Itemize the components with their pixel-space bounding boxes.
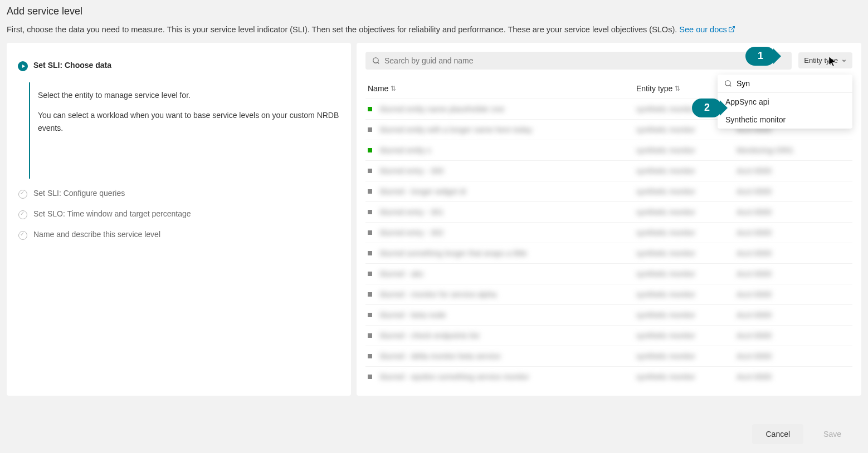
table-row[interactable]: blurred - epsilon something service moni… — [365, 366, 852, 387]
cancel-button[interactable]: Cancel — [752, 424, 803, 444]
table-row[interactable]: blurred entry - 302 synthetic monitor Ac… — [365, 222, 852, 243]
entity-name: blurred - beta node — [380, 311, 446, 319]
svg-point-1 — [373, 58, 378, 63]
entity-panel: 1 2 Entity type AppSync api Synthetic mo… — [357, 43, 861, 396]
table-row[interactable]: blurred - check endpoints list synthetic… — [365, 325, 852, 346]
callout-1: 1 — [745, 47, 776, 66]
entity-type-value: synthetic monitor — [636, 352, 695, 361]
dropdown-item-synthetic[interactable]: Synthetic monitor — [718, 111, 852, 129]
page-subtitle: First, choose the data you need to measu… — [7, 24, 861, 36]
dropdown-search-input[interactable] — [737, 79, 846, 88]
entity-name: blurred entity with a longer name here t… — [380, 125, 532, 134]
step-active-icon — [18, 61, 28, 71]
step-time-window[interactable]: Set SLO: Time window and target percenta… — [12, 209, 345, 220]
search-icon — [724, 80, 732, 87]
table-body: blurred entity name placeholder one synt… — [365, 99, 852, 387]
step-body: Select the entity to manage service leve… — [29, 82, 345, 179]
step-pending-icon — [18, 190, 27, 199]
step-pending-icon — [18, 231, 27, 240]
entity-name: blurred - epsilon something service moni… — [380, 372, 529, 381]
footer: Cancel Save — [0, 415, 868, 453]
page-title: Add service level — [7, 6, 861, 17]
svg-line-0 — [731, 27, 734, 30]
status-indicator — [368, 292, 372, 297]
sort-icon: ⇅ — [391, 85, 396, 92]
table-row[interactable]: blurred - delta monitor beta service syn… — [365, 346, 852, 366]
entity-type-value: synthetic monitor — [636, 269, 695, 278]
sort-icon: ⇅ — [675, 85, 680, 92]
entity-type-value: synthetic monitor — [636, 311, 695, 319]
account-value: Monitoring-ORG — [737, 146, 793, 155]
docs-link-label: See our docs — [679, 25, 726, 34]
step-configure-queries[interactable]: Set SLI: Configure queries — [12, 189, 345, 199]
status-indicator — [368, 333, 372, 338]
account-value: Acct-0000 — [737, 352, 772, 361]
svg-line-2 — [378, 62, 379, 63]
steps-panel: Set SLI: Choose data Select the entity t… — [7, 43, 351, 396]
entity-name: blurred - longer widget id — [380, 187, 466, 196]
status-indicator — [368, 272, 372, 276]
table-row[interactable]: blurred something longer that wraps a li… — [365, 243, 852, 263]
table-row[interactable]: blurred - longer widget id synthetic mon… — [365, 181, 852, 201]
save-button[interactable]: Save — [810, 424, 855, 444]
step-instruction-1: Select the entity to manage service leve… — [38, 89, 341, 101]
step-instruction-2: You can select a workload when you want … — [38, 109, 341, 134]
entity-name: blurred entry - 301 — [380, 208, 443, 216]
search-input-container[interactable] — [365, 52, 792, 70]
status-indicator — [368, 375, 372, 379]
table-row[interactable]: blurred entry - 300 synthetic monitor Ac… — [365, 160, 852, 181]
account-value: Acct-0000 — [737, 311, 772, 319]
entity-type-value: synthetic monitor — [636, 372, 695, 381]
step-choose-data[interactable]: Set SLI: Choose data — [12, 61, 345, 71]
table-row[interactable]: blurred - beta node synthetic monitor Ac… — [365, 304, 852, 325]
table-row[interactable]: blurred entry - 301 synthetic monitor Ac… — [365, 201, 852, 222]
account-value: Acct-0000 — [737, 249, 772, 258]
chevron-down-icon — [841, 58, 847, 63]
account-value: Acct-0000 — [737, 290, 772, 299]
status-indicator — [368, 210, 372, 214]
step-pending-icon — [18, 210, 27, 219]
col-type-label: Entity type — [636, 84, 672, 93]
search-icon — [372, 57, 380, 65]
table-row[interactable]: blurred - monitor for service alpha synt… — [365, 284, 852, 304]
table-row[interactable]: blurred - abc synthetic monitor Acct-000… — [365, 263, 852, 284]
svg-point-3 — [725, 81, 730, 86]
entity-name: blurred something longer that wraps a li… — [380, 249, 527, 258]
step-label: Name and describe this service level — [33, 230, 160, 239]
entity-type-value: synthetic monitor — [636, 290, 695, 299]
entity-name: blurred entity name placeholder one — [380, 105, 504, 114]
entity-type-value: synthetic monitor — [636, 146, 695, 155]
callout-2: 2 — [692, 99, 722, 117]
status-indicator — [368, 230, 372, 235]
status-indicator — [368, 148, 372, 152]
status-indicator — [368, 354, 372, 358]
entity-type-value: synthetic monitor — [636, 249, 695, 258]
dropdown-search[interactable] — [718, 75, 852, 93]
table-row[interactable]: blurred entity x synthetic monitor Monit… — [365, 140, 852, 160]
search-input[interactable] — [384, 56, 785, 65]
docs-link[interactable]: See our docs — [679, 25, 735, 34]
entity-name: blurred - abc — [380, 269, 424, 278]
account-value: Acct-0000 — [737, 208, 772, 216]
status-indicator — [368, 107, 372, 111]
entity-type-value: synthetic monitor — [636, 105, 695, 114]
dropdown-item-appsync[interactable]: AppSync api — [718, 93, 852, 111]
account-value: Acct-0000 — [737, 331, 772, 340]
entity-type-value: synthetic monitor — [636, 166, 695, 175]
status-indicator — [368, 251, 372, 255]
step-label: Set SLI: Configure queries — [33, 189, 125, 198]
status-indicator — [368, 127, 372, 132]
column-name[interactable]: Name ⇅ — [368, 84, 636, 93]
entity-type-dropdown-button[interactable]: Entity type AppSync api Synthetic monito… — [798, 52, 852, 68]
entity-type-value: synthetic monitor — [636, 331, 695, 340]
step-name-describe[interactable]: Name and describe this service level — [12, 230, 345, 240]
entity-name: blurred - check endpoints list — [380, 331, 479, 340]
entity-type-value: synthetic monitor — [636, 228, 695, 237]
status-indicator — [368, 313, 372, 317]
entity-type-label: Entity type — [804, 56, 838, 65]
entity-type-value: synthetic monitor — [636, 125, 695, 134]
account-value: Acct-0000 — [737, 187, 772, 196]
status-indicator — [368, 189, 372, 194]
entity-name: blurred entity x — [380, 146, 431, 155]
svg-line-4 — [730, 85, 732, 87]
